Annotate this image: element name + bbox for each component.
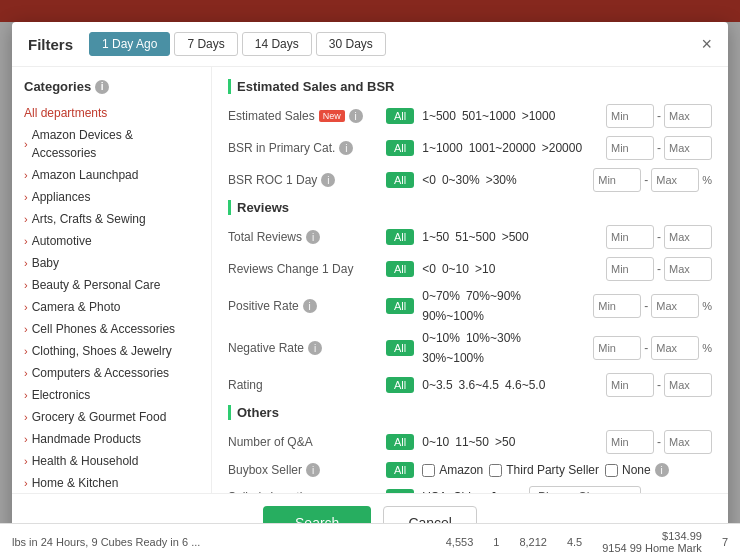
qa-opt3[interactable]: >50 [495, 435, 515, 449]
category-computers[interactable]: › Computers & Accessories [24, 362, 199, 384]
negative-rate-opt3[interactable]: 30%~100% [422, 351, 484, 365]
positive-rate-opt2[interactable]: 70%~90% [466, 289, 521, 303]
rating-opt1[interactable]: 0~3.5 [422, 378, 452, 392]
categories-info-icon[interactable]: i [95, 80, 109, 94]
tab-1day[interactable]: 1 Day Ago [89, 32, 170, 56]
rating-opt2[interactable]: 3.6~4.5 [459, 378, 499, 392]
bsr-roc-opt1[interactable]: <0 [422, 173, 436, 187]
negative-rate-all-btn[interactable]: All [386, 340, 414, 356]
rating-opt3[interactable]: 4.6~5.0 [505, 378, 545, 392]
bsr-primary-opt1[interactable]: 1~1000 [422, 141, 462, 155]
estimated-sales-opt1[interactable]: 1~500 [422, 109, 456, 123]
bsr-primary-opt2[interactable]: 1001~20000 [469, 141, 536, 155]
positive-rate-opt3[interactable]: 90%~100% [422, 309, 484, 323]
rating-all-btn[interactable]: All [386, 377, 414, 393]
estimated-sales-info-icon[interactable]: i [349, 109, 363, 123]
seller-location-select[interactable]: Please Choose [529, 486, 641, 493]
category-camera[interactable]: › Camera & Photo [24, 296, 199, 318]
total-reviews-max[interactable] [664, 225, 712, 249]
reviews-change-max[interactable] [664, 257, 712, 281]
modal-header: Filters 1 Day Ago 7 Days 14 Days 30 Days… [12, 22, 728, 67]
bsr-roc-all-btn[interactable]: All [386, 172, 414, 188]
total-reviews-all-btn[interactable]: All [386, 229, 414, 245]
rating-min[interactable] [606, 373, 654, 397]
category-beauty[interactable]: › Beauty & Personal Care [24, 274, 199, 296]
rating-options: 0~3.5 3.6~4.5 4.6~5.0 [422, 378, 598, 392]
qa-opt1[interactable]: 0~10 [422, 435, 449, 449]
estimated-sales-opt2[interactable]: 501~1000 [462, 109, 516, 123]
negative-rate-opt1[interactable]: 0~10% [422, 331, 460, 345]
tab-14days[interactable]: 14 Days [242, 32, 312, 56]
negative-rate-info-icon[interactable]: i [308, 341, 322, 355]
category-electronics[interactable]: › Electronics [24, 384, 199, 406]
reviews-change-opt2[interactable]: 0~10 [442, 262, 469, 276]
reviews-change-opt3[interactable]: >10 [475, 262, 495, 276]
buybox-amazon-checkbox[interactable]: Amazon [422, 463, 483, 477]
category-automotive[interactable]: › Automotive [24, 230, 199, 252]
bsr-roc-opt2[interactable]: 0~30% [442, 173, 480, 187]
category-amazon-devices[interactable]: › Amazon Devices & Accessories [24, 124, 199, 164]
qa-opt2[interactable]: 11~50 [455, 435, 489, 449]
bottom-bar: lbs in 24 Hours, 9 Cubes Ready in 6 ... … [0, 523, 740, 559]
category-handmade[interactable]: › Handmade Products [24, 428, 199, 450]
filters-modal: Filters 1 Day Ago 7 Days 14 Days 30 Days… [12, 22, 728, 552]
category-amazon-launchpad[interactable]: › Amazon Launchpad [24, 164, 199, 186]
bsr-primary-all-btn[interactable]: All [386, 140, 414, 156]
bsr-roc-opt3[interactable]: >30% [486, 173, 517, 187]
positive-rate-options: 0~70% 70%~90% 90%~100% [422, 289, 585, 323]
buybox-none-checkbox[interactable]: None i [605, 463, 669, 477]
rating-max[interactable] [664, 373, 712, 397]
category-all-departments[interactable]: All departments [24, 102, 199, 124]
bsr-roc-max[interactable] [651, 168, 699, 192]
bsr-primary-opt3[interactable]: >20000 [542, 141, 582, 155]
total-reviews-min[interactable] [606, 225, 654, 249]
category-grocery[interactable]: › Grocery & Gourmet Food [24, 406, 199, 428]
negative-rate-max[interactable] [651, 336, 699, 360]
total-reviews-opt2[interactable]: 51~500 [455, 230, 495, 244]
estimated-sales-all-btn[interactable]: All [386, 108, 414, 124]
filter-label-bsr-roc: BSR ROC 1 Day i [228, 173, 378, 187]
modal-title: Filters [28, 36, 73, 53]
close-icon[interactable]: × [701, 35, 712, 53]
bsr-primary-min[interactable] [606, 136, 654, 160]
bsr-roc-info-icon[interactable]: i [321, 173, 335, 187]
total-reviews-opt3[interactable]: >500 [502, 230, 529, 244]
bsr-roc-min[interactable] [593, 168, 641, 192]
positive-rate-min[interactable] [593, 294, 641, 318]
category-health[interactable]: › Health & Household [24, 450, 199, 472]
qa-max[interactable] [664, 430, 712, 454]
tab-7days[interactable]: 7 Days [174, 32, 237, 56]
positive-rate-opt1[interactable]: 0~70% [422, 289, 460, 303]
bottom-col2: 1 [493, 536, 499, 548]
buybox-third-party-checkbox[interactable]: Third Party Seller [489, 463, 599, 477]
category-clothing[interactable]: › Clothing, Shoes & Jewelry [24, 340, 199, 362]
estimated-sales-min[interactable] [606, 104, 654, 128]
category-arts-crafts[interactable]: › Arts, Crafts & Sewing [24, 208, 199, 230]
buybox-seller-all-btn[interactable]: All [386, 462, 414, 478]
reviews-change-opt1[interactable]: <0 [422, 262, 436, 276]
positive-rate-all-btn[interactable]: All [386, 298, 414, 314]
positive-rate-max[interactable] [651, 294, 699, 318]
buybox-seller-info-icon[interactable]: i [306, 463, 320, 477]
reviews-change-all-btn[interactable]: All [386, 261, 414, 277]
positive-rate-info-icon[interactable]: i [303, 299, 317, 313]
estimated-sales-opt3[interactable]: >1000 [522, 109, 556, 123]
category-cell-phones[interactable]: › Cell Phones & Accessories [24, 318, 199, 340]
reviews-change-min[interactable] [606, 257, 654, 281]
negative-rate-min[interactable] [593, 336, 641, 360]
total-reviews-info-icon[interactable]: i [306, 230, 320, 244]
category-home-kitchen[interactable]: › Home & Kitchen [24, 472, 199, 493]
estimated-sales-max[interactable] [664, 104, 712, 128]
total-reviews-opt1[interactable]: 1~50 [422, 230, 449, 244]
negative-rate-opt2[interactable]: 10%~30% [466, 331, 521, 345]
qa-all-btn[interactable]: All [386, 434, 414, 450]
qa-min[interactable] [606, 430, 654, 454]
categories-title: Categories i [24, 79, 199, 94]
tab-30days[interactable]: 30 Days [316, 32, 386, 56]
buybox-none-info-icon[interactable]: i [655, 463, 669, 477]
category-appliances[interactable]: › Appliances [24, 186, 199, 208]
bsr-primary-info-icon[interactable]: i [339, 141, 353, 155]
bsr-primary-max[interactable] [664, 136, 712, 160]
filter-row-bsr-roc: BSR ROC 1 Day i All <0 0~30% >30% - % [228, 168, 712, 192]
category-baby[interactable]: › Baby [24, 252, 199, 274]
